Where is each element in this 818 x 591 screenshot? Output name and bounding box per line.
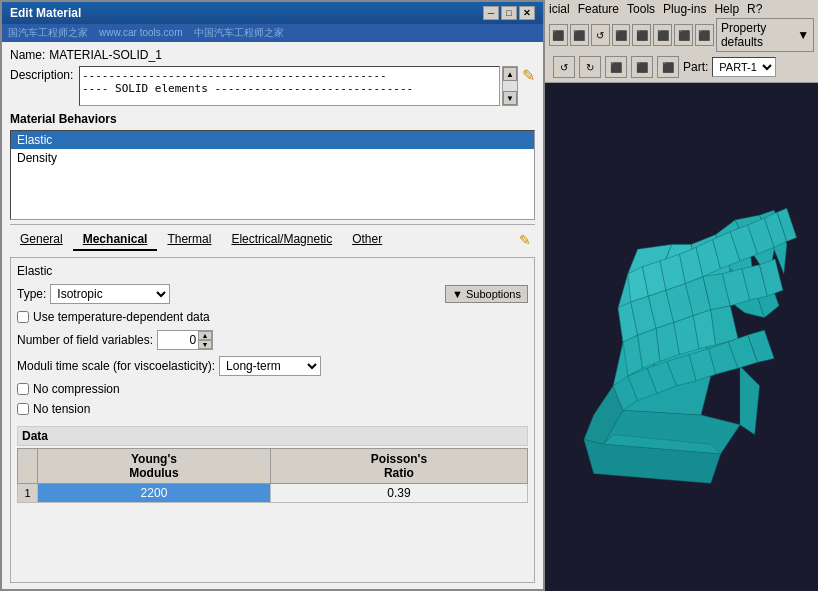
field-vars-label: Number of field variables: bbox=[17, 333, 153, 347]
elastic-section-label: Elastic bbox=[17, 264, 528, 278]
menu-feature[interactable]: Feature bbox=[578, 2, 619, 16]
toolbar-btn-6[interactable]: ⬛ bbox=[653, 24, 672, 46]
menu-plugins[interactable]: Plug-ins bbox=[663, 2, 706, 16]
edit-material-dialog: Edit Material ─ □ ✕ 国汽车工程师之家 www.car too… bbox=[0, 0, 545, 591]
dialog-title: Edit Material bbox=[10, 6, 81, 20]
type-select[interactable]: Isotropic Orthotropic Anisotropic bbox=[50, 284, 170, 304]
behaviors-list[interactable]: Elastic Density bbox=[10, 130, 535, 220]
name-row: Name: MATERIAL-SOLID_1 bbox=[10, 48, 535, 62]
menu-tools[interactable]: Tools bbox=[627, 2, 655, 16]
description-wrapper: ----------------------------------------… bbox=[79, 66, 518, 106]
no-tension-row: No tension bbox=[17, 402, 528, 416]
scroll-down-arrow[interactable]: ▼ bbox=[503, 91, 517, 105]
property-defaults-button[interactable]: Property defaults ▼ bbox=[716, 18, 814, 52]
tab-thermal[interactable]: Thermal bbox=[157, 229, 221, 251]
watermark-area: 国汽车工程师之家 www.car tools.com 中国汽车工程师之家 bbox=[2, 24, 543, 42]
name-value: MATERIAL-SOLID_1 bbox=[49, 48, 161, 62]
part-btn-2[interactable]: ⬛ bbox=[631, 56, 653, 78]
tabs-edit-icon[interactable]: ✎ bbox=[519, 232, 531, 248]
type-row: Type: Isotropic Orthotropic Anisotropic … bbox=[17, 284, 528, 304]
tabs-area: General Mechanical Thermal Electrical/Ma… bbox=[10, 224, 535, 251]
description-textarea[interactable]: ----------------------------------------… bbox=[79, 66, 500, 106]
col-header-poissons: Poisson'sRatio bbox=[270, 449, 527, 484]
toolbar-btn-1[interactable]: ⬛ bbox=[549, 24, 568, 46]
description-scrollbar: ▲ ▼ bbox=[502, 66, 518, 106]
temp-dependent-checkbox[interactable] bbox=[17, 311, 29, 323]
tab-general[interactable]: General bbox=[10, 229, 73, 251]
behavior-item-density[interactable]: Density bbox=[11, 149, 534, 167]
field-vars-up[interactable]: ▲ bbox=[198, 331, 212, 340]
temp-dependent-label: Use temperature-dependent data bbox=[33, 310, 210, 324]
field-vars-input-wrapper: ▲ ▼ bbox=[157, 330, 213, 350]
part-btn-3[interactable]: ⬛ bbox=[657, 56, 679, 78]
title-bar-controls: ─ □ ✕ bbox=[483, 6, 535, 20]
data-label: Data bbox=[17, 426, 528, 446]
poissons-ratio-cell[interactable]: 0.39 bbox=[270, 484, 527, 503]
menu-bar: icial Feature Tools Plug-ins Help R? bbox=[549, 2, 814, 16]
description-label: Description: bbox=[10, 66, 75, 82]
maximize-button[interactable]: □ bbox=[501, 6, 517, 20]
3d-viewport[interactable] bbox=[545, 83, 818, 591]
suboptions-button[interactable]: ▼ Suboptions bbox=[445, 285, 528, 303]
property-defaults-label: Property defaults bbox=[721, 21, 795, 49]
menu-help[interactable]: Help bbox=[714, 2, 739, 16]
toolbar-btn-3[interactable]: ↺ bbox=[591, 24, 610, 46]
toolbar-btn-7[interactable]: ⬛ bbox=[674, 24, 693, 46]
youngs-modulus-cell[interactable]: 2200 bbox=[38, 484, 271, 503]
toolbar-btn-5[interactable]: ⬛ bbox=[632, 24, 651, 46]
menu-special[interactable]: icial bbox=[549, 2, 570, 16]
part-label: Part: bbox=[683, 60, 708, 74]
tab-electrical-magnetic[interactable]: Electrical/Magnetic bbox=[221, 229, 342, 251]
moduli-row: Moduli time scale (for viscoelasticity):… bbox=[17, 356, 528, 376]
watermark-text: 国汽车工程师之家 www.car tools.com 中国汽车工程师之家 bbox=[8, 27, 284, 38]
data-section: Data Young'sModulus Poisson'sRatio 1 bbox=[17, 426, 528, 503]
field-vars-spinners: ▲ ▼ bbox=[198, 331, 212, 349]
behavior-item-elastic[interactable]: Elastic bbox=[11, 131, 534, 149]
field-vars-down[interactable]: ▼ bbox=[198, 340, 212, 349]
close-button[interactable]: ✕ bbox=[519, 6, 535, 20]
field-vars-input[interactable] bbox=[158, 331, 198, 349]
part-row: ↺ ↻ ⬛ ⬛ ⬛ Part: PART-1 bbox=[549, 54, 814, 80]
toolbar-btn-4[interactable]: ⬛ bbox=[612, 24, 631, 46]
dialog-content: Name: MATERIAL-SOLID_1 Description: ----… bbox=[2, 42, 543, 589]
no-compression-checkbox[interactable] bbox=[17, 383, 29, 395]
viewport-panel: icial Feature Tools Plug-ins Help R? ⬛ ⬛… bbox=[545, 0, 818, 591]
no-tension-checkbox[interactable] bbox=[17, 403, 29, 415]
name-label: Name: bbox=[10, 48, 45, 62]
dialog-title-bar: Edit Material ─ □ ✕ bbox=[2, 2, 543, 24]
field-vars-row: Number of field variables: ▲ ▼ bbox=[17, 330, 528, 350]
elastic-section: Elastic Type: Isotropic Orthotropic Anis… bbox=[10, 257, 535, 583]
moduli-label: Moduli time scale (for viscoelasticity): bbox=[17, 359, 215, 373]
row-number: 1 bbox=[18, 484, 38, 503]
table-row: 1 2200 0.39 bbox=[18, 484, 528, 503]
no-compression-label: No compression bbox=[33, 382, 120, 396]
toolbar-btn-8[interactable]: ⬛ bbox=[695, 24, 714, 46]
tab-other[interactable]: Other bbox=[342, 229, 392, 251]
part-select[interactable]: PART-1 bbox=[712, 57, 776, 77]
tab-mechanical[interactable]: Mechanical bbox=[73, 229, 158, 251]
col-header-youngs: Young'sModulus bbox=[38, 449, 271, 484]
part-btn-1[interactable]: ⬛ bbox=[605, 56, 627, 78]
col-header-num bbox=[18, 449, 38, 484]
viewport-toolbar: icial Feature Tools Plug-ins Help R? ⬛ ⬛… bbox=[545, 0, 818, 83]
menu-r[interactable]: R? bbox=[747, 2, 762, 16]
description-row: Description: ---------------------------… bbox=[10, 66, 535, 106]
no-tension-label: No tension bbox=[33, 402, 90, 416]
scroll-up-arrow[interactable]: ▲ bbox=[503, 67, 517, 81]
type-label: Type: bbox=[17, 287, 46, 301]
toolbar-row-1: ⬛ ⬛ ↺ ⬛ ⬛ ⬛ ⬛ ⬛ Property defaults ▼ bbox=[549, 18, 814, 52]
no-compression-row: No compression bbox=[17, 382, 528, 396]
moduli-select[interactable]: Long-term Instantaneous bbox=[219, 356, 321, 376]
undo-btn[interactable]: ↺ bbox=[553, 56, 575, 78]
toolbar-btn-2[interactable]: ⬛ bbox=[570, 24, 589, 46]
description-edit-icon[interactable]: ✎ bbox=[522, 66, 535, 85]
material-behaviors-label: Material Behaviors bbox=[10, 112, 535, 126]
property-defaults-arrow: ▼ bbox=[797, 28, 809, 42]
data-table: Young'sModulus Poisson'sRatio 1 2200 0.3… bbox=[17, 448, 528, 503]
temp-dependent-row: Use temperature-dependent data bbox=[17, 310, 528, 324]
minimize-button[interactable]: ─ bbox=[483, 6, 499, 20]
redo-btn[interactable]: ↻ bbox=[579, 56, 601, 78]
